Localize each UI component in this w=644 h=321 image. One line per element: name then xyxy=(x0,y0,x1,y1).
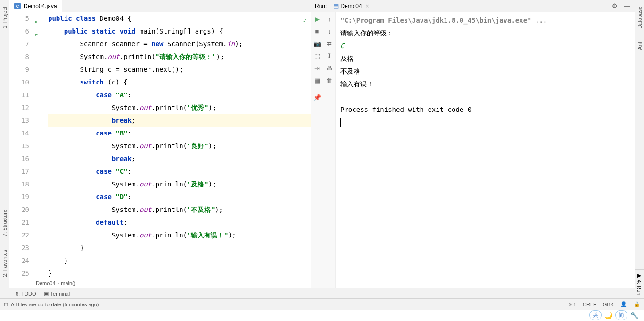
terminal-icon: ▣ xyxy=(44,290,49,296)
print-icon[interactable]: 🖶 xyxy=(326,64,333,72)
code-area[interactable]: public class Demo04 { public static void… xyxy=(34,12,311,278)
ime-mode[interactable]: 简 xyxy=(615,310,627,320)
run-tool-window: Run: ▤ Demo04 × ⚙ — ▶ ■ 📷 ⬚ ⇥ ▦ 📌 xyxy=(311,0,635,288)
file-encoding[interactable]: GBK xyxy=(603,302,614,307)
trash-icon[interactable]: ▦ xyxy=(314,76,321,84)
down-arrow-icon[interactable]: ↓ xyxy=(326,27,333,35)
ime-lang[interactable]: 英 xyxy=(589,310,602,320)
list-icon: ≣ xyxy=(4,290,8,296)
scroll-icon[interactable]: ↧ xyxy=(326,52,333,59)
caret-position[interactable]: 9:1 xyxy=(569,302,576,307)
right-tool-sidebar: Database Ant xyxy=(635,0,644,288)
editor-tabs: C Demo04.java xyxy=(9,0,311,12)
run-side-tab[interactable]: ▶ 4: Run xyxy=(635,269,644,298)
status-message: All files are up-to-date (5 minutes ago) xyxy=(11,302,99,307)
layout-icon[interactable]: ⬚ xyxy=(314,52,321,59)
stop-icon[interactable]: ■ xyxy=(314,27,321,35)
structure-tool-button[interactable]: 7: Structure xyxy=(1,208,8,238)
bottom-tool-tabs: ≣ 6: TODO ▣ Terminal xyxy=(0,288,644,298)
close-tab-icon[interactable]: × xyxy=(366,3,369,9)
editor-panel: C Demo04.java ✓ 5▶6▶78910111213141516171… xyxy=(9,0,311,288)
favorites-tool-button[interactable]: 2: Favorites xyxy=(1,248,8,279)
run-tab-label: Demo04 xyxy=(340,3,362,9)
up-arrow-icon[interactable]: ↑ xyxy=(326,15,333,23)
run-config-tab[interactable]: ▤ Demo04 × xyxy=(330,2,372,10)
editor-tab-demo04[interactable]: C Demo04.java xyxy=(9,0,62,12)
project-tool-button[interactable]: 1: Project xyxy=(1,5,8,30)
minimize-icon[interactable]: — xyxy=(623,2,631,10)
inspection-indicator-icon[interactable]: 👤 xyxy=(620,301,627,307)
editor-tab-label: Demo04.java xyxy=(24,3,57,9)
database-tool-button[interactable]: Database xyxy=(636,5,644,31)
dump-icon[interactable]: 📷 xyxy=(314,40,321,47)
run-label: Run: xyxy=(315,3,327,9)
ime-indicator[interactable]: 英 🌙 简 🔧 xyxy=(589,310,638,320)
app-icon: ▤ xyxy=(333,3,339,9)
breadcrumb-bar: Demo04 › main() xyxy=(9,278,311,288)
breadcrumb-separator-icon: › xyxy=(58,280,59,286)
ime-tool-icon[interactable]: 🔧 xyxy=(630,312,638,319)
lock-icon[interactable]: 🔒 xyxy=(634,301,640,307)
run-toolbar-secondary: ↑ ↓ ⇄ ↧ 🖶 🗑 xyxy=(323,12,336,288)
ime-moon-icon: 🌙 xyxy=(604,312,612,319)
java-file-icon: C xyxy=(14,3,21,9)
breadcrumb-class[interactable]: Demo04 xyxy=(36,280,56,286)
ant-tool-button[interactable]: Ant xyxy=(636,40,644,52)
console-output[interactable]: "C:\Program Files\Java\jdk1.8.0_45\bin\j… xyxy=(336,12,635,288)
rerun-icon[interactable]: ▶ xyxy=(314,15,321,23)
wrap-icon[interactable]: ⇄ xyxy=(326,40,333,47)
code-editor[interactable]: ✓ 5▶6▶7891011121314151617181920212223242… xyxy=(9,12,311,278)
breadcrumb-method[interactable]: main() xyxy=(61,280,75,286)
pin-icon[interactable]: 📌 xyxy=(314,93,321,101)
settings-icon[interactable]: ⚙ xyxy=(611,2,619,10)
status-bar: ◻ All files are up-to-date (5 minutes ag… xyxy=(0,298,644,310)
clear-icon[interactable]: 🗑 xyxy=(326,76,333,84)
terminal-tab[interactable]: ▣ Terminal xyxy=(44,290,70,296)
status-icon: ◻ xyxy=(4,301,8,307)
run-header: Run: ▤ Demo04 × ⚙ — xyxy=(311,0,635,12)
line-separator[interactable]: CRLF xyxy=(583,302,596,307)
gutter: 5▶6▶789101112131415161718192021222324252… xyxy=(9,12,34,278)
todo-tab[interactable]: 6: TODO xyxy=(16,291,36,296)
run-toolbar-primary: ▶ ■ 📷 ⬚ ⇥ ▦ 📌 xyxy=(311,12,323,288)
exit-icon[interactable]: ⇥ xyxy=(314,64,321,72)
